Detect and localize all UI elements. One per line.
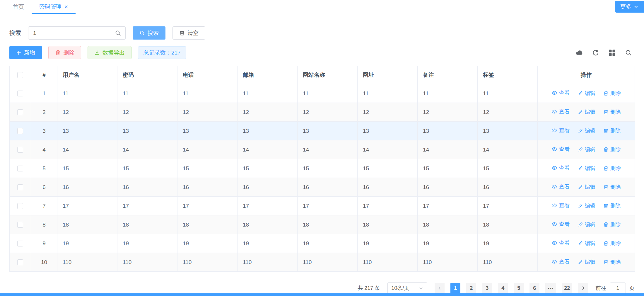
view-link[interactable]: 查看: [551, 127, 570, 134]
edit-link[interactable]: 编辑: [578, 165, 595, 172]
row-index-cell: 9: [31, 234, 57, 253]
row-checkbox[interactable]: [17, 147, 23, 153]
table-row[interactable]: 8 18 18 18 18 18 18 18 18 查看 编辑 删除: [10, 215, 635, 234]
close-tab-icon[interactable]: ×: [64, 4, 68, 10]
page-button-2[interactable]: 2: [466, 283, 476, 293]
page-button-4[interactable]: 4: [498, 283, 508, 293]
row-checkbox[interactable]: [17, 203, 23, 209]
row-checkbox[interactable]: [17, 222, 23, 228]
search-input[interactable]: [28, 30, 115, 36]
eye-icon: [551, 184, 557, 190]
table-row[interactable]: 10 110 110 110 110 110 110 110 110 查看 编辑…: [10, 253, 635, 272]
edit-link[interactable]: 编辑: [578, 221, 595, 228]
edit-link[interactable]: 编辑: [578, 146, 595, 153]
pencil-icon: [578, 91, 583, 96]
table-row[interactable]: 7 17 17 17 17 17 17 17 17 查看 编辑 删除: [10, 197, 635, 215]
delete-link[interactable]: 删除: [603, 108, 621, 115]
edit-link[interactable]: 编辑: [578, 240, 595, 247]
view-link[interactable]: 查看: [551, 108, 570, 115]
view-link-label: 查看: [559, 221, 570, 228]
add-button[interactable]: 新增: [9, 46, 42, 59]
view-link[interactable]: 查看: [551, 239, 570, 246]
goto-page-input[interactable]: [610, 283, 626, 294]
row-checkbox[interactable]: [17, 91, 23, 96]
tab-home[interactable]: 首页: [5, 0, 32, 14]
edit-link-label: 编辑: [585, 108, 595, 115]
delete-link[interactable]: 删除: [603, 165, 621, 172]
edit-link[interactable]: 编辑: [578, 90, 595, 97]
row-actions-cell: 查看 编辑 删除: [538, 122, 635, 140]
pencil-icon: [578, 203, 583, 208]
pager-more-button[interactable]: •••: [545, 283, 556, 293]
delete-link-label: 删除: [610, 90, 621, 97]
column-header: 标签: [478, 66, 538, 84]
edit-link[interactable]: 编辑: [578, 127, 595, 134]
row-select-cell: [10, 253, 31, 272]
table-row[interactable]: 3 13 13 13 13 13 13 13 13 查看 编辑 删除: [10, 122, 635, 140]
delete-link[interactable]: 删除: [603, 258, 621, 266]
row-checkbox[interactable]: [17, 259, 23, 265]
view-link[interactable]: 查看: [551, 146, 570, 153]
search-button[interactable]: 搜索: [133, 26, 165, 40]
view-link[interactable]: 查看: [551, 89, 570, 96]
page-button-6[interactable]: 6: [529, 283, 539, 293]
table-row[interactable]: 1 11 11 11 11 11 11 11 11 查看 编辑 删除: [10, 84, 635, 103]
view-link[interactable]: 查看: [551, 164, 570, 171]
page-button-3[interactable]: 3: [482, 283, 492, 293]
next-page-button[interactable]: [578, 283, 588, 293]
view-link[interactable]: 查看: [551, 202, 570, 209]
trash-icon: [603, 147, 609, 152]
more-button[interactable]: 更多: [615, 1, 644, 13]
view-link-label: 查看: [559, 258, 570, 265]
table-row[interactable]: 9 19 19 19 19 19 19 19 19 查看 编辑 删除: [10, 234, 635, 253]
view-link[interactable]: 查看: [551, 183, 570, 190]
row-select-cell: [10, 159, 31, 178]
table-row[interactable]: 4 14 14 14 14 14 14 14 14 查看 编辑 删除: [10, 140, 635, 159]
edit-link[interactable]: 编辑: [578, 108, 595, 115]
row-checkbox[interactable]: [17, 128, 23, 134]
delete-link[interactable]: 删除: [603, 127, 621, 134]
table-row[interactable]: 2 12 12 12 12 12 12 12 12 查看 编辑 删除: [10, 103, 635, 122]
row-checkbox[interactable]: [17, 166, 23, 171]
site-name-cell: 14: [298, 140, 358, 159]
export-button[interactable]: 数据导出: [88, 46, 131, 59]
custom-columns-button[interactable]: [606, 47, 618, 59]
tab-password-manager[interactable]: 密码管理 ×: [32, 0, 76, 14]
page-button-1[interactable]: 1: [450, 283, 460, 293]
remark-cell: 18: [418, 215, 478, 234]
username-cell: 17: [57, 197, 117, 215]
delete-link[interactable]: 删除: [603, 240, 621, 247]
table-row[interactable]: 5 15 15 15 15 15 15 15 15 查看 编辑 删除: [10, 159, 635, 178]
edit-link[interactable]: 编辑: [578, 183, 595, 190]
row-checkbox[interactable]: [17, 109, 23, 115]
clear-button[interactable]: 清空: [172, 26, 205, 40]
delete-link[interactable]: 删除: [603, 183, 621, 190]
zoom-button[interactable]: [622, 47, 635, 59]
edit-link[interactable]: 编辑: [578, 202, 595, 209]
page-button-22[interactable]: 22: [562, 283, 572, 293]
edit-link[interactable]: 编辑: [578, 258, 595, 266]
refresh-button[interactable]: [590, 47, 602, 59]
username-cell: 18: [57, 215, 117, 234]
row-index-cell: 5: [31, 159, 57, 178]
row-checkbox[interactable]: [17, 241, 23, 246]
page-button-5[interactable]: 5: [514, 283, 524, 293]
select-all-checkbox[interactable]: [17, 72, 23, 78]
page-size-select[interactable]: 10条/页: [387, 282, 427, 294]
delete-link[interactable]: 删除: [603, 146, 621, 153]
export-cloud-button[interactable]: [573, 47, 585, 59]
delete-link[interactable]: 删除: [603, 90, 621, 97]
view-link[interactable]: 查看: [551, 258, 570, 265]
tag-cell: 11: [478, 84, 538, 103]
email-cell: 19: [238, 234, 298, 253]
prev-page-button[interactable]: [435, 283, 445, 293]
table-row[interactable]: 6 16 16 16 16 16 16 16 16 查看 编辑 删除: [10, 178, 635, 197]
delete-link[interactable]: 删除: [603, 202, 621, 209]
row-checkbox[interactable]: [17, 184, 23, 190]
row-select-cell: [10, 215, 31, 234]
delete-link[interactable]: 删除: [603, 221, 621, 228]
view-link[interactable]: 查看: [551, 221, 570, 228]
tag-cell: 19: [478, 234, 538, 253]
table-tools: [573, 47, 635, 59]
delete-button[interactable]: 删除: [48, 46, 81, 59]
